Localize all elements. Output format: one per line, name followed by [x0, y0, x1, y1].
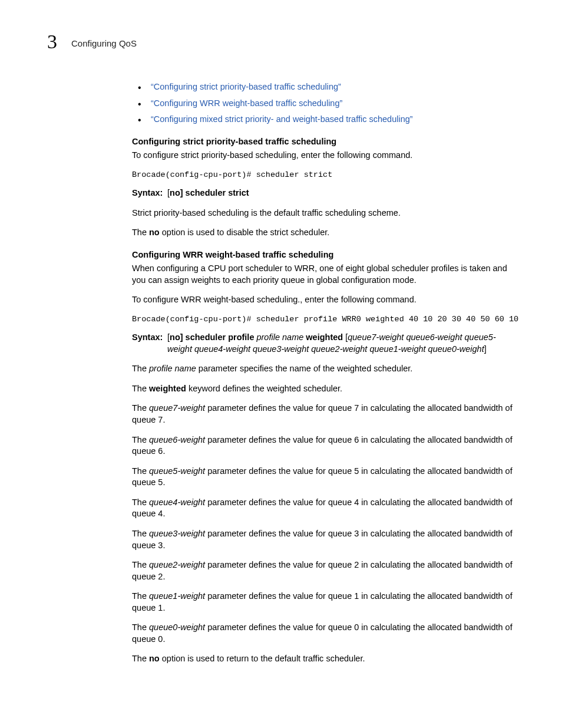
syntax-text: ] scheduler strict	[180, 188, 249, 197]
body-text: The weighted keyword defines the weighte…	[132, 383, 515, 395]
text: The	[132, 529, 149, 538]
body-text: The queue7-weight parameter defines the …	[132, 403, 515, 426]
text: keyword defines the weighted scheduler.	[186, 384, 342, 393]
body-text: When configuring a CPU port scheduler to…	[132, 263, 515, 286]
body-text: The queue0-weight parameter defines the …	[132, 622, 515, 645]
list-item: “Configuring mixed strict priority- and …	[148, 114, 515, 126]
keyword-no: no	[149, 654, 160, 663]
text: The	[132, 654, 149, 663]
param-name: profile name	[149, 364, 196, 373]
body-text: The queue4-weight parameter defines the …	[132, 497, 515, 520]
xref-link[interactable]: “Configuring mixed strict priority- and …	[151, 114, 413, 124]
param-name: queue6-weight	[149, 435, 205, 444]
body-text: To configure strict priority-based sched…	[132, 150, 515, 162]
syntax-body: [no] scheduler profile profile name weig…	[165, 332, 515, 355]
section-heading-strict: Configuring strict priority-based traffi…	[132, 136, 515, 148]
text: option is used to return to the default …	[160, 654, 365, 663]
text: The	[132, 622, 149, 632]
text: The	[132, 560, 149, 569]
body-text: Strict priority-based scheduling is the …	[132, 207, 515, 219]
param-name: queue0-weight	[149, 622, 205, 632]
body-text: The queue3-weight parameter defines the …	[132, 528, 515, 551]
syntax-param: profile name	[254, 332, 306, 342]
param-name: queue7-weight	[149, 403, 205, 413]
text: option is used to disable the strict sch…	[160, 228, 330, 237]
text: parameter specifies the name of the weig…	[196, 364, 413, 373]
text: The	[132, 364, 149, 373]
syntax-text: [	[343, 332, 348, 342]
chapter-number: 3	[47, 32, 57, 52]
xref-link[interactable]: “Configuring WRR weight-based traffic sc…	[151, 98, 342, 108]
page: 3 Configuring QoS “Configuring strict pr…	[0, 0, 562, 728]
queue-param-list: The queue7-weight parameter defines the …	[132, 403, 515, 645]
list-item: “Configuring strict priority-based traff…	[148, 81, 515, 93]
syntax-line: Syntax: [no] scheduler strict	[132, 187, 515, 199]
body-text: The queue5-weight parameter defines the …	[132, 466, 515, 489]
syntax-label: Syntax:	[132, 332, 165, 355]
page-header: 3 Configuring QoS	[47, 32, 137, 52]
chapter-title: Configuring QoS	[71, 38, 137, 48]
text: The	[132, 466, 149, 476]
param-name: queue4-weight	[149, 498, 205, 507]
page-content: “Configuring strict priority-based traff…	[132, 34, 515, 665]
keyword-no: no	[149, 228, 160, 237]
syntax-keyword-no: no	[170, 188, 180, 197]
param-name: queue3-weight	[149, 529, 205, 538]
syntax-keyword-weighted: weighted	[306, 332, 343, 342]
text: The	[132, 498, 149, 507]
xref-list: “Configuring strict priority-based traff…	[132, 81, 515, 126]
text: The	[132, 435, 149, 444]
syntax-line: Syntax: [no] scheduler profile profile n…	[132, 332, 515, 355]
body-text: The profile name parameter specifies the…	[132, 363, 515, 375]
body-text: The queue6-weight parameter defines the …	[132, 434, 515, 457]
body-text: The no option is used to return to the d…	[132, 653, 515, 665]
text: The	[132, 591, 149, 601]
code-block: Brocade(config-cpu-port)# scheduler prof…	[132, 314, 515, 325]
body-text: The no option is used to disable the str…	[132, 227, 515, 239]
param-name: queue5-weight	[149, 466, 205, 476]
body-text: The queue1-weight parameter defines the …	[132, 591, 515, 614]
syntax-label: Syntax:	[132, 187, 165, 199]
syntax-keyword-no: no	[170, 332, 180, 342]
text: The	[132, 228, 149, 237]
syntax-body: [no] scheduler strict	[165, 187, 515, 199]
section-heading-wrr: Configuring WRR weight-based traffic sch…	[132, 249, 515, 261]
syntax-text: ] scheduler profile	[180, 332, 254, 342]
body-text: To configure WRR weight-based scheduling…	[132, 294, 515, 306]
xref-link[interactable]: “Configuring strict priority-based traff…	[151, 82, 341, 91]
param-name: queue1-weight	[149, 591, 205, 601]
syntax-text: ]	[484, 344, 487, 354]
text: The	[132, 403, 149, 413]
param-name: queue2-weight	[149, 560, 205, 569]
body-text: The queue2-weight parameter defines the …	[132, 559, 515, 582]
keyword-weighted: weighted	[149, 384, 186, 393]
code-block: Brocade(config-cpu-port)# scheduler stri…	[132, 170, 515, 180]
list-item: “Configuring WRR weight-based traffic sc…	[148, 98, 515, 110]
text: The	[132, 384, 149, 393]
